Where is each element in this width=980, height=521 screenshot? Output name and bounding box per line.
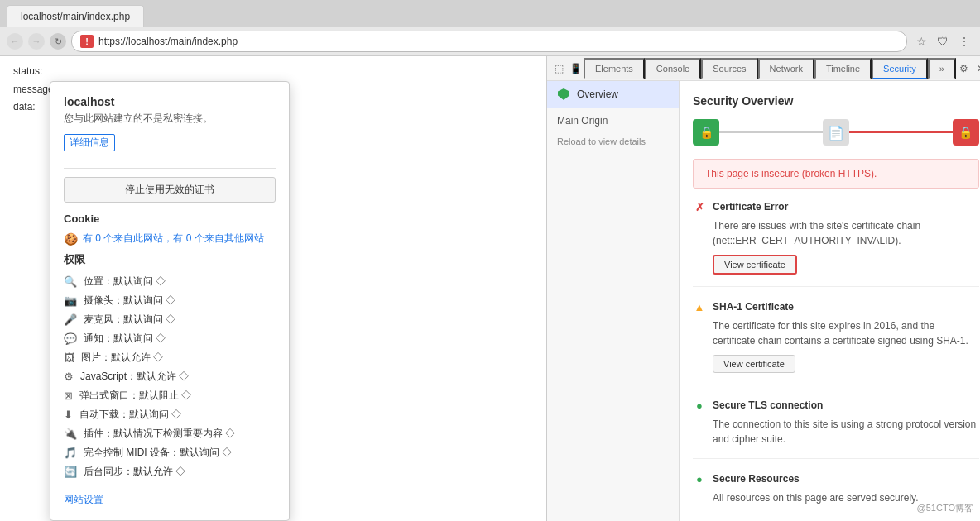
perm-label: 图片：默认允许 ◇ — [81, 351, 163, 365]
doc-icon: 📄 — [828, 125, 844, 141]
shield-button[interactable]: 🛡 — [934, 32, 952, 50]
devtools-tab-security[interactable]: Security — [872, 58, 928, 79]
warning-icon: 🔒 — [958, 126, 973, 139]
cert-connector-2 — [849, 131, 953, 133]
perm-icon: 📷 — [64, 294, 77, 307]
security-item-description: The connection to this site is using a s… — [713, 417, 979, 447]
security-item-description: The certificate for this site expires in… — [713, 318, 979, 348]
perm-icon: 🔌 — [64, 428, 77, 440]
insecure-banner: This page is insecure (broken HTTPS). — [693, 159, 979, 189]
back-button[interactable]: ← — [7, 33, 23, 50]
devtools-content: Security Overview 🔒 📄 🔒 This page is — [680, 81, 980, 521]
permission-row: 🎵完全控制 MIDI 设备：默认询问 ◇ — [64, 443, 276, 462]
security-item-title: SHA-1 Certificate — [713, 301, 794, 313]
devtools-tab-sources[interactable]: Sources — [701, 58, 757, 79]
devtools-tabs-list: ElementsConsoleSourcesNetworkTimelineSec… — [584, 58, 928, 79]
permission-row: 🖼图片：默认允许 ◇ — [64, 348, 276, 367]
sidebar-item-main-origin[interactable]: Main Origin — [547, 108, 679, 133]
cert-node-doc: 📄 — [823, 119, 849, 146]
devtools-inspect-icon[interactable]: ⬚ — [550, 60, 567, 77]
perm-label: 摄像头：默认询问 ◇ — [84, 294, 175, 308]
perm-icon: ⬇ — [64, 409, 73, 421]
perm-icon: 🎤 — [64, 313, 77, 326]
success-icon: ● — [696, 399, 703, 412]
popup-title: localhost — [64, 95, 276, 108]
security-overview-title: Security Overview — [693, 94, 979, 108]
perm-icon: ⚙ — [64, 370, 74, 383]
devtools-body: Overview Main Origin Reload to view deta… — [547, 81, 980, 521]
address-bar-row: ← → ↻ ! https://localhost/main/index.php… — [0, 27, 980, 55]
security-item-icon: ✗ — [693, 200, 706, 213]
permission-row: ⚙JavaScript：默认允许 ◇ — [64, 367, 276, 386]
devtools-settings-icon[interactable]: ⚙ — [956, 60, 973, 77]
perm-icon: 💬 — [64, 332, 77, 345]
security-item: ✗ Certificate Error There are issues wit… — [693, 200, 979, 287]
permission-row: 💬通知：默认询问 ◇ — [64, 329, 276, 348]
perm-icon: 🔍 — [64, 275, 77, 288]
lock-icon: 🔒 — [699, 126, 713, 139]
permission-row: 📷摄像头：默认询问 ◇ — [64, 291, 276, 310]
security-item-title: Secure TLS connection — [713, 399, 823, 411]
address-bar[interactable]: ! https://localhost/main/index.php — [71, 31, 907, 52]
permission-row: 🔄后台同步：默认允许 ◇ — [64, 462, 276, 481]
warning-triangle-icon: ▲ — [694, 301, 705, 313]
site-info-popup: localhost 您与此网站建立的不是私密连接。 详细信息 停止使用无效的证书… — [50, 81, 290, 521]
forward-button[interactable]: → — [28, 33, 45, 50]
devtools-sidebar: Overview Main Origin Reload to view deta… — [547, 81, 680, 521]
view-certificate-button[interactable]: View certificate — [713, 255, 797, 275]
security-item-header: ▲ SHA-1 Certificate — [693, 300, 979, 313]
security-item-icon: ▲ — [693, 300, 706, 313]
devtools-tab-network[interactable]: Network — [758, 58, 814, 79]
perm-label: 通知：默认询问 ◇ — [84, 332, 166, 346]
devtools-close-icon[interactable]: ✕ — [973, 60, 980, 77]
devtools-device-icon[interactable]: 📱 — [567, 60, 584, 77]
refresh-button[interactable]: ↻ — [50, 33, 66, 50]
cookie-section-title: Cookie — [64, 213, 276, 225]
permission-row: 🔍位置：默认询问 ◇ — [64, 272, 276, 291]
overview-label: Overview — [577, 88, 618, 100]
devtools-tab-elements[interactable]: Elements — [584, 58, 645, 79]
error-icon: ✗ — [695, 201, 704, 213]
site-settings-link[interactable]: 网站设置 — [64, 493, 276, 507]
details-link[interactable]: 详细信息 — [64, 134, 115, 151]
browser-chrome: localhost/main/index.php ← → ↻ ! https:/… — [0, 0, 980, 56]
cert-chain-visual: 🔒 📄 🔒 — [693, 119, 979, 146]
security-item-header: ● Secure Resources — [693, 472, 979, 485]
security-item-body: The connection to this site is using a s… — [693, 417, 979, 447]
security-item-icon: ● — [693, 472, 706, 485]
perm-label: 完全控制 MIDI 设备：默认询问 ◇ — [84, 446, 232, 460]
popup-divider — [64, 168, 276, 169]
menu-button[interactable]: ⋮ — [955, 32, 973, 50]
address-text: https://localhost/main/index.php — [98, 36, 898, 47]
view-certificate-button[interactable]: View certificate — [713, 355, 795, 373]
reload-hint: Reload to view details — [547, 133, 679, 153]
devtools-tab-console[interactable]: Console — [645, 58, 701, 79]
security-item: ▲ SHA-1 Certificate The certificate for … — [693, 300, 979, 385]
perm-label: 位置：默认询问 ◇ — [84, 275, 166, 289]
sidebar-item-overview[interactable]: Overview — [547, 81, 679, 108]
devtools-tab-timeline[interactable]: Timeline — [814, 58, 872, 79]
perm-icon: ⊠ — [64, 390, 73, 402]
security-item-header: ✗ Certificate Error — [693, 200, 979, 213]
status-line: status: — [13, 63, 533, 81]
security-item-body: The certificate for this site expires in… — [693, 318, 979, 373]
security-item-icon: ● — [693, 399, 706, 412]
perm-icon: 🖼 — [64, 351, 74, 364]
security-item-body: There are issues with the site's certifi… — [693, 218, 979, 275]
cert-node-warning: 🔒 — [953, 119, 979, 146]
security-item-header: ● Secure TLS connection — [693, 399, 979, 412]
tab-bar: localhost/main/index.php — [0, 0, 980, 27]
permission-row: 🔌插件：默认情况下检测重要内容 ◇ — [64, 424, 276, 443]
perm-section-title: 权限 — [64, 252, 276, 267]
cookie-text: 有 0 个来自此网站，有 0 个来自其他网站 — [83, 232, 264, 246]
perm-label: 后台同步：默认允许 ◇ — [84, 465, 185, 479]
browser-tab[interactable]: localhost/main/index.php — [7, 5, 144, 27]
bookmark-button[interactable]: ☆ — [912, 32, 930, 50]
security-item: ● Secure TLS connection The connection t… — [693, 399, 979, 459]
perm-label: 弹出式窗口：默认阻止 ◇ — [79, 389, 191, 403]
permissions-list: 🔍位置：默认询问 ◇📷摄像头：默认询问 ◇🎤麦克风：默认询问 ◇💬通知：默认询问… — [64, 272, 276, 481]
perm-icon: 🎵 — [64, 447, 77, 459]
devtools-more-button[interactable]: » — [928, 58, 956, 79]
cookie-row: 🍪 有 0 个来自此网站，有 0 个来自其他网站 — [64, 232, 276, 246]
stop-invalid-cert-button[interactable]: 停止使用无效的证书 — [64, 177, 276, 203]
